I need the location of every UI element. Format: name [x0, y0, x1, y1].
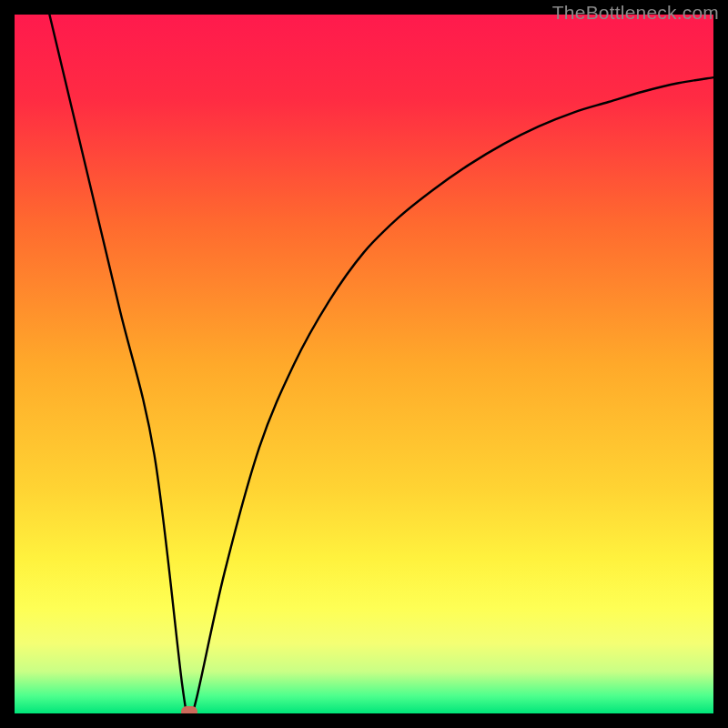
bottleneck-curve [15, 15, 713, 713]
chart-frame: TheBottleneck.com [0, 0, 728, 728]
watermark-text: TheBottleneck.com [552, 2, 719, 24]
optimal-point-marker [181, 706, 197, 713]
plot-area [15, 15, 713, 713]
